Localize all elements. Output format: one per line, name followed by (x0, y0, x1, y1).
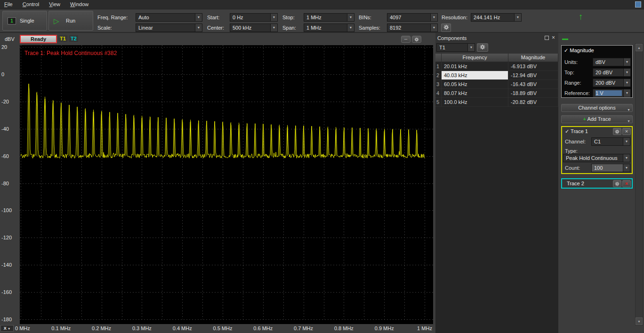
table-row[interactable]: 480.07 kHz-18.89 dBV (435, 89, 558, 98)
menu-window[interactable]: Window (66, 0, 93, 8)
close-panel-icon[interactable]: × (552, 34, 555, 41)
chevron-down-icon: ▼ (627, 106, 630, 113)
table-row[interactable]: 120.01 kHz-6.913 dBV (435, 62, 558, 71)
x-tick-label: 0.6 MHz (253, 325, 273, 331)
magnitude-box: ✓ Magnitude Units: dBV ▼ Top: 20 dBV ▼ R… (561, 45, 633, 98)
table-row[interactable]: 5100.0 kHz-20.82 dBV (435, 98, 558, 107)
bins-select[interactable]: 4097 ▼ (387, 13, 438, 22)
menu-file[interactable]: File (0, 0, 17, 8)
channel-value: C1 (594, 139, 621, 144)
components-title: Components (437, 35, 467, 41)
x-tick-label: 0 MHz (15, 325, 30, 331)
y-tick-label: -100 (1, 207, 18, 213)
trace1-close-button[interactable]: × (622, 128, 631, 135)
scroll-up-icon[interactable]: ▲ (636, 44, 643, 51)
reference-select[interactable]: 1 V ▼ (593, 89, 631, 97)
frequency-cell[interactable]: 40.03 kHz (442, 71, 508, 80)
freq-range-select[interactable]: Auto ▼ (136, 13, 202, 22)
menu-view[interactable]: View (45, 0, 64, 8)
center-select[interactable]: 500 kHz ▼ (230, 24, 278, 32)
units-select[interactable]: dBV ▼ (593, 58, 631, 66)
center-label: Center: (207, 25, 224, 31)
run-button[interactable]: ▷ Run (48, 11, 93, 31)
magnitude-cell[interactable]: -16.43 dBV (508, 80, 558, 89)
channel-options-button[interactable]: Channel options ▼ (561, 104, 633, 112)
plot-gear-button[interactable] (412, 36, 421, 43)
start-select[interactable]: 0 Hz ▼ (230, 13, 278, 22)
collapse-plot-button[interactable]: ─ (401, 36, 411, 43)
plus-icon: + (583, 116, 586, 122)
components-gear-button[interactable] (477, 43, 488, 52)
y-tick-label: -60 (1, 153, 18, 159)
magnitude-cell[interactable]: -18.89 dBV (508, 89, 558, 98)
add-trace-button[interactable]: + Add Trace ▼ (561, 115, 633, 123)
components-trace-select[interactable]: T1 ▼ (436, 43, 475, 52)
chevron-down-icon: ▼ (270, 24, 277, 32)
magnitude-cell[interactable]: -20.82 dBV (508, 98, 558, 107)
settings-gear-button[interactable] (441, 24, 451, 32)
frequency-cell[interactable]: 80.07 kHz (442, 89, 508, 98)
samples-select[interactable]: 8192 ▼ (387, 24, 438, 32)
scale-select[interactable]: Linear ▼ (136, 24, 202, 32)
range-label: Range: (564, 80, 581, 86)
x-tick-label: 0.8 MHz (334, 325, 354, 331)
x-axis-button[interactable]: X ▼ (0, 325, 14, 332)
trace2-title: Trace 2 (567, 181, 584, 186)
y-tick-label: -160 (1, 289, 18, 295)
magnitude-header[interactable]: ✓ Magnitude (564, 48, 594, 54)
tab-trace2[interactable]: T2 (69, 35, 78, 42)
col-frequency[interactable]: Frequency (442, 54, 508, 62)
frequency-cell[interactable]: 100.0 kHz (442, 98, 508, 107)
trace2-close-button[interactable]: × (622, 180, 631, 187)
titlebar-icon[interactable] (635, 1, 641, 8)
resolution-select[interactable]: 244.141 Hz ▼ (471, 13, 522, 22)
close-icon: × (625, 128, 628, 134)
settings-scrollbar[interactable]: ▲ ▼ (635, 43, 643, 325)
spectrum-plot[interactable] (20, 45, 433, 324)
float-panel-icon[interactable] (545, 36, 549, 40)
channel-select[interactable]: C1 ▼ (591, 137, 630, 146)
stop-select[interactable]: 1 MHz ▼ (304, 13, 354, 22)
trace2-gear-button[interactable] (613, 180, 621, 187)
channel-label: Channel: (565, 139, 586, 144)
resolution-value: 244.141 Hz (474, 15, 513, 20)
trace1-gear-button[interactable] (613, 128, 621, 135)
trace2-box: Trace 2 × (561, 178, 633, 189)
chevron-down-icon: ▼ (623, 79, 630, 87)
type-select[interactable]: Peak Hold Continuous ▼ (563, 154, 630, 162)
status-ready-button[interactable]: Ready (20, 35, 57, 43)
magnitude-cell[interactable]: -12.94 dBV (508, 71, 558, 80)
top-select[interactable]: 20 dBV ▼ (593, 68, 631, 77)
range-select[interactable]: 200 dBV ▼ (593, 79, 631, 87)
table-row[interactable]: 240.03 kHz-12.94 dBV (435, 71, 558, 80)
range-value: 200 dBV (596, 80, 622, 86)
up-arrow-icon[interactable]: ↑ (579, 12, 583, 22)
row-number: 2 (435, 71, 442, 80)
col-magnitude[interactable]: Magnitude (508, 54, 558, 62)
frequency-cell[interactable]: 60.05 kHz (442, 80, 508, 89)
frequency-cell[interactable]: 20.01 kHz (442, 62, 508, 71)
table-row[interactable]: 360.05 kHz-16.43 dBV (435, 80, 558, 89)
chevron-down-icon: ▼ (347, 24, 354, 32)
span-value: 1 MHz (306, 25, 346, 31)
stop-label: Stop: (282, 15, 295, 20)
trace1-header[interactable]: ✓ Trace 1 (565, 128, 588, 135)
single-button[interactable]: 1 Single (2, 11, 47, 31)
scroll-down-icon[interactable]: ▼ (636, 317, 643, 325)
chevron-down-icon: ▼ (627, 118, 630, 125)
chevron-down-icon: ▼ (623, 69, 630, 76)
span-select[interactable]: 1 MHz ▼ (304, 24, 354, 32)
menu-control[interactable]: Control (18, 0, 43, 8)
components-table-header: Frequency Magnitude (435, 54, 558, 62)
magnitude-cell[interactable]: -6.913 dBV (508, 62, 558, 71)
tab-trace1[interactable]: T1 (58, 35, 67, 42)
collapse-handle-icon[interactable] (562, 39, 568, 40)
x-tick-label: 0.3 MHz (132, 325, 152, 331)
gear-icon (480, 44, 485, 50)
x-axis: X ▼ 0 MHz0.1 MHz0.2 MHz0.3 MHz0.4 MHz0.5… (0, 324, 434, 333)
x-tick-label: 0.4 MHz (173, 325, 192, 331)
x-tick-label: 0.9 MHz (375, 325, 394, 331)
count-select[interactable]: 100 ▼ (591, 164, 630, 172)
trace2-header[interactable]: Trace 2 (567, 181, 584, 186)
start-label: Start: (207, 15, 219, 20)
